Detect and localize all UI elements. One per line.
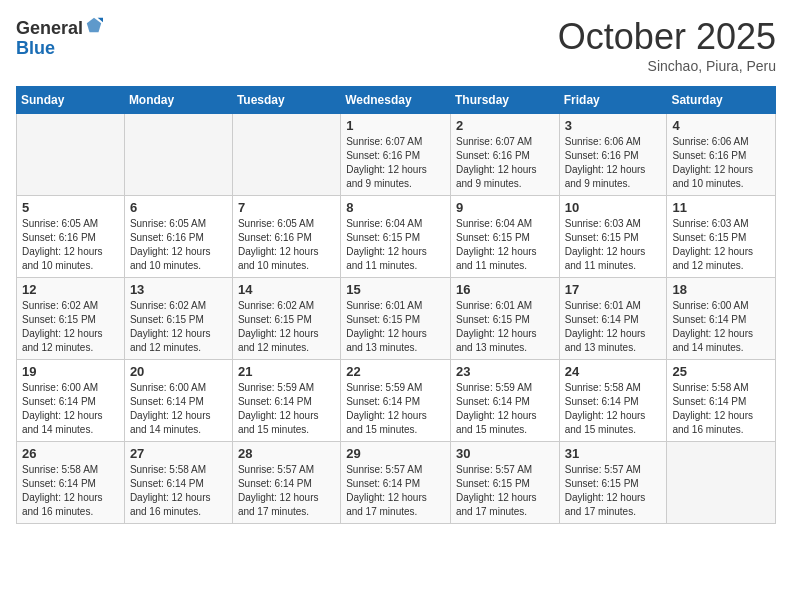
calendar-cell: 23Sunrise: 5:59 AM Sunset: 6:14 PM Dayli…	[450, 360, 559, 442]
day-info: Sunrise: 6:00 AM Sunset: 6:14 PM Dayligh…	[22, 381, 119, 437]
day-info: Sunrise: 6:02 AM Sunset: 6:15 PM Dayligh…	[22, 299, 119, 355]
location-subtitle: Sinchao, Piura, Peru	[558, 58, 776, 74]
logo-icon	[85, 16, 103, 34]
day-number: 23	[456, 364, 554, 379]
calendar-cell: 16Sunrise: 6:01 AM Sunset: 6:15 PM Dayli…	[450, 278, 559, 360]
day-info: Sunrise: 6:02 AM Sunset: 6:15 PM Dayligh…	[130, 299, 227, 355]
calendar-cell: 17Sunrise: 6:01 AM Sunset: 6:14 PM Dayli…	[559, 278, 667, 360]
calendar-week-row: 1Sunrise: 6:07 AM Sunset: 6:16 PM Daylig…	[17, 114, 776, 196]
calendar-cell: 24Sunrise: 5:58 AM Sunset: 6:14 PM Dayli…	[559, 360, 667, 442]
weekday-header: Saturday	[667, 87, 776, 114]
day-number: 11	[672, 200, 770, 215]
calendar-cell: 26Sunrise: 5:58 AM Sunset: 6:14 PM Dayli…	[17, 442, 125, 524]
calendar-cell: 22Sunrise: 5:59 AM Sunset: 6:14 PM Dayli…	[341, 360, 451, 442]
day-info: Sunrise: 5:58 AM Sunset: 6:14 PM Dayligh…	[130, 463, 227, 519]
day-info: Sunrise: 5:59 AM Sunset: 6:14 PM Dayligh…	[238, 381, 335, 437]
calendar-cell: 21Sunrise: 5:59 AM Sunset: 6:14 PM Dayli…	[232, 360, 340, 442]
day-info: Sunrise: 5:57 AM Sunset: 6:14 PM Dayligh…	[346, 463, 445, 519]
day-info: Sunrise: 6:05 AM Sunset: 6:16 PM Dayligh…	[130, 217, 227, 273]
calendar-cell: 8Sunrise: 6:04 AM Sunset: 6:15 PM Daylig…	[341, 196, 451, 278]
day-info: Sunrise: 6:02 AM Sunset: 6:15 PM Dayligh…	[238, 299, 335, 355]
calendar-cell: 12Sunrise: 6:02 AM Sunset: 6:15 PM Dayli…	[17, 278, 125, 360]
day-info: Sunrise: 5:59 AM Sunset: 6:14 PM Dayligh…	[346, 381, 445, 437]
month-title: October 2025	[558, 16, 776, 58]
day-number: 16	[456, 282, 554, 297]
day-info: Sunrise: 6:00 AM Sunset: 6:14 PM Dayligh…	[130, 381, 227, 437]
day-info: Sunrise: 6:01 AM Sunset: 6:14 PM Dayligh…	[565, 299, 662, 355]
day-number: 5	[22, 200, 119, 215]
calendar-cell: 30Sunrise: 5:57 AM Sunset: 6:15 PM Dayli…	[450, 442, 559, 524]
day-info: Sunrise: 6:03 AM Sunset: 6:15 PM Dayligh…	[672, 217, 770, 273]
calendar-cell	[667, 442, 776, 524]
day-info: Sunrise: 6:05 AM Sunset: 6:16 PM Dayligh…	[238, 217, 335, 273]
calendar-header-row: SundayMondayTuesdayWednesdayThursdayFrid…	[17, 87, 776, 114]
day-number: 12	[22, 282, 119, 297]
day-number: 21	[238, 364, 335, 379]
day-info: Sunrise: 5:57 AM Sunset: 6:15 PM Dayligh…	[565, 463, 662, 519]
day-number: 19	[22, 364, 119, 379]
calendar-cell: 15Sunrise: 6:01 AM Sunset: 6:15 PM Dayli…	[341, 278, 451, 360]
weekday-header: Friday	[559, 87, 667, 114]
day-info: Sunrise: 5:58 AM Sunset: 6:14 PM Dayligh…	[672, 381, 770, 437]
logo-general: General	[16, 18, 83, 38]
day-info: Sunrise: 6:06 AM Sunset: 6:16 PM Dayligh…	[672, 135, 770, 191]
day-number: 10	[565, 200, 662, 215]
weekday-header: Sunday	[17, 87, 125, 114]
day-info: Sunrise: 6:07 AM Sunset: 6:16 PM Dayligh…	[346, 135, 445, 191]
calendar-cell: 6Sunrise: 6:05 AM Sunset: 6:16 PM Daylig…	[124, 196, 232, 278]
day-number: 3	[565, 118, 662, 133]
calendar-cell: 31Sunrise: 5:57 AM Sunset: 6:15 PM Dayli…	[559, 442, 667, 524]
day-info: Sunrise: 6:01 AM Sunset: 6:15 PM Dayligh…	[456, 299, 554, 355]
day-info: Sunrise: 6:06 AM Sunset: 6:16 PM Dayligh…	[565, 135, 662, 191]
title-block: October 2025 Sinchao, Piura, Peru	[558, 16, 776, 74]
weekday-header: Wednesday	[341, 87, 451, 114]
day-number: 1	[346, 118, 445, 133]
logo: General Blue	[16, 16, 103, 59]
day-info: Sunrise: 5:57 AM Sunset: 6:15 PM Dayligh…	[456, 463, 554, 519]
calendar-cell: 10Sunrise: 6:03 AM Sunset: 6:15 PM Dayli…	[559, 196, 667, 278]
weekday-header: Thursday	[450, 87, 559, 114]
calendar-cell: 1Sunrise: 6:07 AM Sunset: 6:16 PM Daylig…	[341, 114, 451, 196]
day-info: Sunrise: 6:00 AM Sunset: 6:14 PM Dayligh…	[672, 299, 770, 355]
calendar-cell	[232, 114, 340, 196]
calendar-cell: 20Sunrise: 6:00 AM Sunset: 6:14 PM Dayli…	[124, 360, 232, 442]
calendar-cell: 2Sunrise: 6:07 AM Sunset: 6:16 PM Daylig…	[450, 114, 559, 196]
calendar-cell: 25Sunrise: 5:58 AM Sunset: 6:14 PM Dayli…	[667, 360, 776, 442]
day-number: 4	[672, 118, 770, 133]
day-number: 26	[22, 446, 119, 461]
day-number: 31	[565, 446, 662, 461]
calendar-cell: 3Sunrise: 6:06 AM Sunset: 6:16 PM Daylig…	[559, 114, 667, 196]
day-number: 18	[672, 282, 770, 297]
day-info: Sunrise: 6:01 AM Sunset: 6:15 PM Dayligh…	[346, 299, 445, 355]
calendar-week-row: 19Sunrise: 6:00 AM Sunset: 6:14 PM Dayli…	[17, 360, 776, 442]
svg-marker-0	[87, 18, 101, 32]
day-number: 24	[565, 364, 662, 379]
calendar-cell: 4Sunrise: 6:06 AM Sunset: 6:16 PM Daylig…	[667, 114, 776, 196]
calendar-cell: 7Sunrise: 6:05 AM Sunset: 6:16 PM Daylig…	[232, 196, 340, 278]
day-number: 27	[130, 446, 227, 461]
calendar-week-row: 26Sunrise: 5:58 AM Sunset: 6:14 PM Dayli…	[17, 442, 776, 524]
calendar-cell: 14Sunrise: 6:02 AM Sunset: 6:15 PM Dayli…	[232, 278, 340, 360]
day-number: 25	[672, 364, 770, 379]
logo-blue: Blue	[16, 38, 55, 58]
day-info: Sunrise: 6:03 AM Sunset: 6:15 PM Dayligh…	[565, 217, 662, 273]
day-info: Sunrise: 6:05 AM Sunset: 6:16 PM Dayligh…	[22, 217, 119, 273]
weekday-header: Monday	[124, 87, 232, 114]
day-number: 20	[130, 364, 227, 379]
calendar-cell	[124, 114, 232, 196]
day-info: Sunrise: 6:04 AM Sunset: 6:15 PM Dayligh…	[456, 217, 554, 273]
day-number: 8	[346, 200, 445, 215]
day-number: 28	[238, 446, 335, 461]
day-number: 13	[130, 282, 227, 297]
day-number: 22	[346, 364, 445, 379]
day-info: Sunrise: 6:07 AM Sunset: 6:16 PM Dayligh…	[456, 135, 554, 191]
calendar-cell: 11Sunrise: 6:03 AM Sunset: 6:15 PM Dayli…	[667, 196, 776, 278]
day-info: Sunrise: 5:59 AM Sunset: 6:14 PM Dayligh…	[456, 381, 554, 437]
day-info: Sunrise: 5:58 AM Sunset: 6:14 PM Dayligh…	[22, 463, 119, 519]
calendar-cell: 27Sunrise: 5:58 AM Sunset: 6:14 PM Dayli…	[124, 442, 232, 524]
day-number: 30	[456, 446, 554, 461]
day-number: 9	[456, 200, 554, 215]
day-number: 17	[565, 282, 662, 297]
day-info: Sunrise: 5:58 AM Sunset: 6:14 PM Dayligh…	[565, 381, 662, 437]
page-header: General Blue October 2025 Sinchao, Piura…	[16, 16, 776, 74]
